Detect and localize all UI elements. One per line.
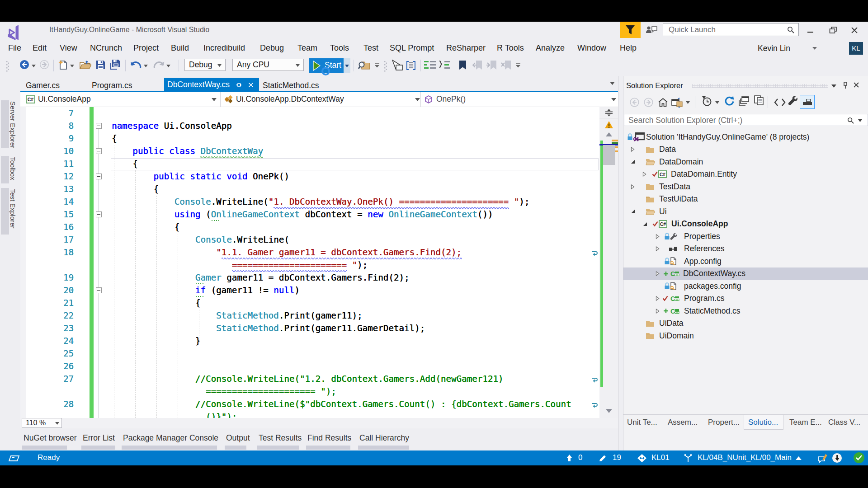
chevron-down-icon[interactable] — [686, 101, 690, 104]
tree-item-program-cs[interactable]: CProgram.cs — [623, 292, 868, 305]
collapse-all-icon[interactable] — [739, 96, 750, 107]
code-line[interactable]: namespace Ui.ConsoleApp — [112, 120, 232, 132]
switch-views-icon[interactable] — [671, 98, 683, 108]
code-line[interactable]: ====================== "); — [112, 259, 368, 272]
code-line[interactable]: if (gamer11 != null) — [112, 284, 300, 297]
menu-view[interactable]: View — [60, 43, 77, 53]
format-document-icon[interactable] — [424, 61, 436, 70]
navigate-to-icon[interactable] — [391, 60, 403, 71]
branch-icon[interactable] — [683, 454, 693, 463]
show-all-files-icon[interactable] — [754, 95, 764, 106]
toolbar-grip-handle[interactable] — [384, 61, 387, 72]
find-in-files-icon[interactable] — [358, 60, 370, 71]
pushes-count[interactable]: 0 — [578, 453, 582, 462]
user-caret-icon[interactable] — [812, 47, 817, 50]
panel-menu-caret-icon[interactable] — [831, 84, 836, 88]
redo-icon[interactable] — [153, 61, 165, 70]
search-icon[interactable] — [847, 117, 854, 124]
format-selection-icon[interactable] — [439, 61, 450, 70]
tree-item-ui[interactable]: Ui — [623, 205, 868, 218]
tree-item-staticmethod-cs[interactable]: CStaticMethod.cs — [623, 305, 868, 317]
menu-resharper[interactable]: ReSharper — [446, 43, 486, 53]
avatar[interactable]: KL — [849, 42, 863, 55]
pushes-icon[interactable] — [566, 454, 572, 462]
panel-tab-classv[interactable]: Class V... — [828, 418, 860, 427]
tab-staticmethod-cs[interactable]: StaticMethod.cs — [263, 81, 319, 90]
expander-closed-icon[interactable] — [656, 296, 660, 301]
panel-tab-find-results[interactable]: Find Results — [307, 433, 351, 443]
expander-closed-icon[interactable] — [642, 172, 646, 177]
tree-item-packages-config[interactable]: packages.config — [623, 280, 868, 292]
configuration-select[interactable]: Debug — [184, 59, 226, 71]
preview-selected-toggle[interactable] — [800, 95, 815, 109]
ncrunch-funnel-button[interactable] — [620, 22, 641, 38]
tree-item-dbcontextway-cs[interactable]: CDbContextWay.cs — [623, 267, 868, 280]
user-name[interactable]: Kevin Lin — [758, 44, 790, 53]
tree-item-testdata[interactable]: TestData — [623, 180, 868, 193]
navigate-back-icon[interactable] — [19, 60, 29, 70]
tree-item-uidata[interactable]: UiData — [623, 317, 868, 330]
expander-closed-icon[interactable] — [656, 234, 660, 239]
back-icon[interactable] — [630, 98, 639, 107]
refresh-icon[interactable] — [724, 96, 735, 107]
paste-structure-icon[interactable] — [405, 60, 417, 71]
code-line[interactable]: "1.1. Gamer gamer11 = dbContext.Gamers.F… — [112, 246, 462, 259]
feedback-icon[interactable] — [645, 25, 658, 36]
new-file-icon[interactable] — [58, 60, 68, 70]
code-line[interactable]: Console.WriteLine( — [112, 234, 289, 246]
download-status-icon[interactable] — [832, 453, 842, 463]
panel-tab-output[interactable]: Output — [226, 433, 250, 443]
panel-tab-propert[interactable]: Propert... — [708, 418, 740, 427]
panel-tab-teame[interactable]: Team E... — [789, 418, 822, 427]
menu-test[interactable]: Test — [363, 43, 378, 53]
home-icon[interactable] — [658, 98, 668, 107]
side-tab-server-explorer[interactable]: Server Explorer — [1, 100, 18, 148]
menu-sql-prompt[interactable]: SQL Prompt — [390, 43, 434, 53]
panel-tab-test-results[interactable]: Test Results — [259, 433, 302, 443]
code-line[interactable]: StaticMethod.Print(gamer11); — [112, 310, 363, 322]
forward-icon[interactable] — [644, 98, 653, 107]
expander-closed-icon[interactable] — [656, 246, 660, 251]
splitter-handle[interactable] — [599, 107, 618, 118]
tree-item-solution-ithandyguy-onlinegame-8-projects-[interactable]: Solution 'ItHandyGuy.OnlineGame' (8 proj… — [623, 131, 868, 143]
menu-analyze[interactable]: Analyze — [536, 43, 565, 53]
panel-splitter[interactable] — [618, 76, 618, 450]
panel-tab-unitte[interactable]: Unit Te... — [627, 418, 657, 427]
pending-changes-filter-icon[interactable] — [701, 96, 712, 107]
toolbar-overflow-icon[interactable] — [374, 63, 380, 68]
scrollbar-thumb[interactable] — [603, 145, 615, 165]
quick-launch-input[interactable]: Quick Launch — [663, 23, 799, 36]
properties-wrench-icon[interactable] — [788, 95, 798, 106]
tree-item-datadomain-entity[interactable]: C#DataDomain.Entity — [623, 168, 868, 181]
repo-name[interactable]: KL01 — [651, 453, 670, 462]
menu-team[interactable]: Team — [297, 43, 317, 53]
menu-window[interactable]: Window — [577, 43, 606, 53]
tree-item-testuidata[interactable]: TestUiData — [623, 193, 868, 206]
tree-item-datadomain[interactable]: DataDomain — [623, 155, 868, 168]
toolbar-grip-handle[interactable] — [6, 61, 9, 72]
code-editor[interactable]: 7891011121314151617181920212223242526272… — [20, 107, 599, 418]
editor-scrollbar[interactable] — [599, 107, 618, 418]
menu-incredibuild[interactable]: Incredibuild — [203, 43, 245, 53]
code-line[interactable]: public static void OnePk() — [112, 170, 289, 183]
save-icon[interactable] — [96, 60, 105, 70]
expander-open-icon[interactable] — [643, 222, 647, 226]
feedback-pencil-icon[interactable] — [817, 453, 828, 463]
warning-icon[interactable] — [604, 121, 613, 129]
panel-tab-call-hierarchy[interactable]: Call Hierarchy — [359, 433, 409, 443]
code-line[interactable]: StaticMethod.Print(gamer11.GamerDetail); — [112, 322, 425, 335]
chevron-up-icon[interactable] — [796, 456, 802, 460]
expander-open-icon[interactable] — [631, 209, 635, 214]
toolbar-overflow-icon[interactable] — [515, 63, 521, 68]
tree-item-properties[interactable]: Properties — [623, 230, 868, 243]
search-icon[interactable] — [787, 26, 795, 34]
tab-program-cs[interactable]: Program.cs — [92, 81, 132, 90]
panel-tab-solutio[interactable]: Solutio... — [748, 418, 778, 427]
expander-closed-icon[interactable] — [631, 184, 635, 189]
menu-debug[interactable]: Debug — [260, 43, 284, 53]
expander-closed-icon[interactable] — [656, 271, 660, 276]
tree-item-data[interactable]: Data — [623, 143, 868, 156]
menu-tools[interactable]: Tools — [330, 43, 349, 53]
open-file-icon[interactable] — [80, 61, 91, 70]
pin-icon[interactable] — [236, 82, 242, 88]
